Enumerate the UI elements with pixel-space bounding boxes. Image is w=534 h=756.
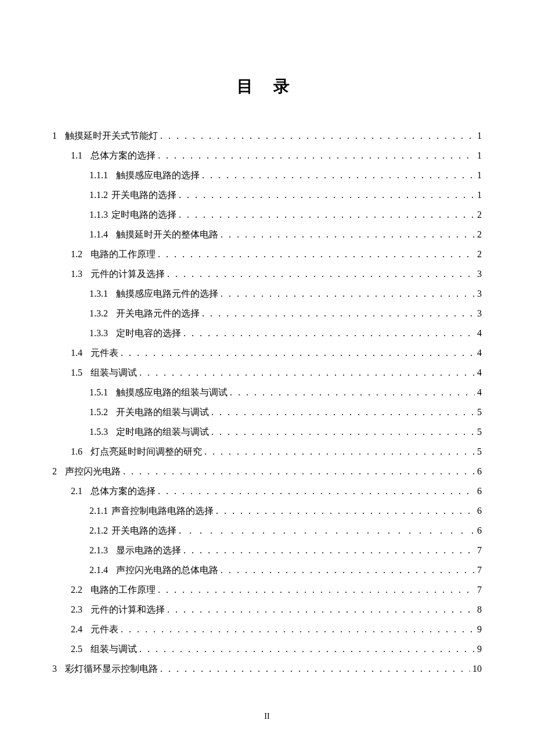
toc-entry-number: 2.3 <box>71 600 82 619</box>
toc-dots: . . . . . . . . . . . . . . . . . . . . … <box>221 561 475 579</box>
toc-entry: 2.1.1声音控制电路电路的选择. . . . . . . . . . . . … <box>52 502 482 520</box>
toc-entry-text: 开关电路的选择 <box>111 521 176 540</box>
toc-entry: 2.1.2开关电路的选择. . . . . . . . . . . . . . … <box>52 521 482 540</box>
toc-entry: 2.1总体方案的选择. . . . . . . . . . . . . . . … <box>52 482 482 501</box>
toc-entry-number: 1.1 <box>71 146 82 165</box>
toc-entry-number: 1.3.1 <box>89 285 108 303</box>
toc-entry-page: 5 <box>477 403 482 422</box>
toc-dots: . . . . . . . . . . . . . . . . . . . . … <box>123 462 475 481</box>
toc-dots: . . . . . . . . . . . . . . . . . . . . … <box>139 363 475 382</box>
toc-entry-page: 7 <box>477 541 482 560</box>
toc-dots: . . . . . . . . . . . . . . . . . . . . … <box>179 186 475 204</box>
toc-dots: . . . . . . . . . . . . . . . . . . . . … <box>230 383 475 402</box>
toc-dots: . . . . . . . . . . . . . . . . . . . . … <box>179 521 475 540</box>
toc-dots: . . . . . . . . . . . . . . . . . . . . … <box>158 482 475 501</box>
toc-entry: 1.3.1触摸感应电路元件的选择. . . . . . . . . . . . … <box>52 285 482 303</box>
toc-entry: 2.2电路的工作原理. . . . . . . . . . . . . . . … <box>52 581 482 599</box>
toc-entry-text: 组装与调试 <box>91 640 137 658</box>
toc-dots: . . . . . . . . . . . . . . . . . . . . … <box>158 146 475 165</box>
toc-entry-number: 2.1.2 <box>89 521 108 540</box>
toc-entry-text: 定时电路的选择 <box>111 206 176 224</box>
toc-entry: 1.1总体方案的选择. . . . . . . . . . . . . . . … <box>52 146 482 165</box>
toc-entry: 2.3元件的计算和选择. . . . . . . . . . . . . . .… <box>52 600 482 619</box>
toc-entry-text: 触摸感应电路元件的选择 <box>116 285 218 303</box>
toc-entry-text: 总体方案的选择 <box>91 482 156 501</box>
toc-entry-text: 声控闪光电路 <box>65 462 121 481</box>
toc-entry: 1触摸延时开关式节能灯. . . . . . . . . . . . . . .… <box>52 127 482 145</box>
toc-entry-number: 2.1.3 <box>89 541 108 560</box>
toc-entry: 1.3元件的计算及选择. . . . . . . . . . . . . . .… <box>52 265 482 283</box>
toc-entry-number: 2.5 <box>71 640 82 658</box>
toc-entry-number: 2.1.1 <box>89 502 108 520</box>
toc-container: 1触摸延时开关式节能灯. . . . . . . . . . . . . . .… <box>52 127 482 678</box>
toc-entry-number: 2 <box>52 462 57 481</box>
toc-dots: . . . . . . . . . . . . . . . . . . . . … <box>204 442 475 461</box>
toc-entry: 1.1.2开关电路的选择. . . . . . . . . . . . . . … <box>52 186 482 204</box>
toc-entry-number: 1.3.2 <box>89 304 108 323</box>
toc-entry-page: 9 <box>477 640 482 658</box>
toc-entry-page: 4 <box>477 383 482 402</box>
toc-entry-text: 元件的计算及选择 <box>91 265 165 283</box>
toc-entry: 2.1.3显示电路的选择. . . . . . . . . . . . . . … <box>52 541 482 560</box>
toc-entry-text: 电路的工作原理 <box>91 581 156 599</box>
toc-entry-number: 1.6 <box>71 442 82 461</box>
toc-entry-page: 5 <box>477 442 482 461</box>
toc-entry: 2.4元件表. . . . . . . . . . . . . . . . . … <box>52 620 482 639</box>
toc-entry-page: 4 <box>477 324 482 343</box>
toc-entry-number: 2.1 <box>71 482 82 501</box>
toc-entry-number: 2.4 <box>71 620 82 639</box>
toc-entry: 3彩灯循环显示控制电路. . . . . . . . . . . . . . .… <box>52 660 482 678</box>
toc-entry-text: 元件表 <box>91 620 118 639</box>
toc-dots: . . . . . . . . . . . . . . . . . . . . … <box>211 423 475 441</box>
toc-dots: . . . . . . . . . . . . . . . . . . . . … <box>202 304 475 323</box>
toc-entry-text: 定时电容的选择 <box>116 324 181 343</box>
toc-dots: . . . . . . . . . . . . . . . . . . . . … <box>167 265 475 283</box>
toc-entry-page: 8 <box>477 600 482 619</box>
toc-title: 目 录 <box>52 75 482 98</box>
toc-dots: . . . . . . . . . . . . . . . . . . . . … <box>158 245 475 264</box>
toc-entry-number: 2.1.4 <box>89 561 108 579</box>
toc-entry-number: 1 <box>52 127 57 145</box>
toc-dots: . . . . . . . . . . . . . . . . . . . . … <box>139 640 475 658</box>
toc-entry-page: 9 <box>477 620 482 639</box>
toc-entry-page: 1 <box>477 166 482 185</box>
toc-entry-page: 3 <box>477 265 482 283</box>
toc-entry-page: 3 <box>477 304 482 323</box>
toc-entry-text: 触摸延时开关的整体电路 <box>116 225 218 244</box>
toc-entry-number: 1.5.2 <box>89 403 108 422</box>
toc-entry-number: 1.1.2 <box>89 186 108 204</box>
toc-dots: . . . . . . . . . . . . . . . . . . . . … <box>167 600 475 619</box>
toc-entry: 1.4元件表. . . . . . . . . . . . . . . . . … <box>52 344 482 362</box>
toc-dots: . . . . . . . . . . . . . . . . . . . . … <box>121 344 475 362</box>
toc-entry: 1.1.4触摸延时开关的整体电路. . . . . . . . . . . . … <box>52 225 482 244</box>
toc-entry-page: 4 <box>477 344 482 362</box>
toc-dots: . . . . . . . . . . . . . . . . . . . . … <box>211 403 475 422</box>
toc-entry-number: 1.2 <box>71 245 82 264</box>
toc-entry-text: 开关电路的选择 <box>111 186 176 204</box>
toc-dots: . . . . . . . . . . . . . . . . . . . . … <box>183 541 475 560</box>
toc-dots: . . . . . . . . . . . . . . . . . . . . … <box>160 127 475 145</box>
toc-entry-page: 1 <box>477 127 482 145</box>
toc-entry: 1.5.2开关电路的组装与调试. . . . . . . . . . . . .… <box>52 403 482 422</box>
toc-entry-page: 3 <box>477 285 482 303</box>
toc-entry-page: 4 <box>477 363 482 382</box>
toc-entry-text: 声控闪光电路的总体电路 <box>116 561 218 579</box>
toc-entry-number: 1.5.1 <box>89 383 108 402</box>
toc-dots: . . . . . . . . . . . . . . . . . . . . … <box>202 166 475 185</box>
toc-entry-text: 触摸延时开关式节能灯 <box>65 127 158 145</box>
toc-entry-text: 显示电路的选择 <box>116 541 181 560</box>
toc-entry-page: 7 <box>477 581 482 599</box>
toc-entry-number: 1.3 <box>71 265 82 283</box>
toc-entry: 2.5组装与调试. . . . . . . . . . . . . . . . … <box>52 640 482 658</box>
toc-entry: 2.1.4声控闪光电路的总体电路. . . . . . . . . . . . … <box>52 561 482 579</box>
toc-entry-text: 触摸感应电路的组装与调试 <box>116 383 228 402</box>
toc-entry-text: 彩灯循环显示控制电路 <box>65 660 158 678</box>
toc-dots: . . . . . . . . . . . . . . . . . . . . … <box>121 620 475 639</box>
toc-entry-page: 1 <box>477 146 482 165</box>
toc-entry-page: 1 <box>477 186 482 204</box>
toc-entry-page: 2 <box>477 245 482 264</box>
toc-entry-text: 灯点亮延时时间调整的研究 <box>91 442 202 461</box>
toc-entry: 1.2电路的工作原理. . . . . . . . . . . . . . . … <box>52 245 482 264</box>
toc-entry: 1.6灯点亮延时时间调整的研究. . . . . . . . . . . . .… <box>52 442 482 461</box>
toc-entry-number: 2.2 <box>71 581 82 599</box>
